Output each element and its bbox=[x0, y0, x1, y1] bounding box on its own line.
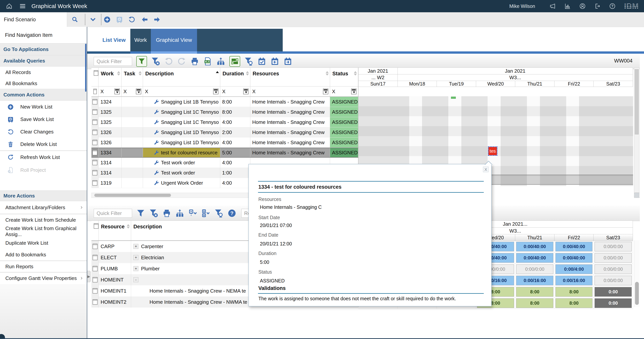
col-status[interactable]: Status bbox=[330, 68, 358, 86]
availability-cell[interactable]: 0:00/40:00 bbox=[556, 253, 593, 263]
find-scenario-input[interactable]: Find Scenario bbox=[0, 12, 67, 27]
export-xls-icon[interactable] bbox=[203, 57, 212, 66]
calendar-check-icon[interactable] bbox=[258, 57, 266, 66]
scrollbar-thumb[interactable] bbox=[635, 69, 639, 134]
sidebar-section-common[interactable]: Common Actions bbox=[0, 89, 87, 101]
expand-all-icon[interactable] bbox=[202, 209, 210, 218]
select-all-checkbox[interactable] bbox=[92, 68, 98, 86]
help-icon[interactable] bbox=[609, 3, 616, 10]
col-task[interactable]: Task bbox=[122, 68, 143, 86]
menu-icon[interactable] bbox=[19, 3, 26, 10]
close-icon[interactable]: X bbox=[483, 167, 488, 172]
row-checkbox[interactable] bbox=[92, 168, 98, 178]
filter-dropdown-icon[interactable] bbox=[114, 89, 120, 94]
sidebar-scrollbar[interactable] bbox=[85, 44, 86, 92]
forward-arrow-icon[interactable] bbox=[153, 16, 160, 23]
availability-cell[interactable]: 0:00/0:00 bbox=[594, 253, 632, 263]
sidebar-item-create-from-graphical[interactable]: Create Work List from Graphical Assig... bbox=[0, 226, 87, 237]
availability-cell[interactable]: 0:00/40:00 bbox=[556, 242, 593, 251]
worklist-view-button[interactable] bbox=[230, 56, 240, 67]
sidebar-section-more[interactable]: More Actions bbox=[0, 190, 87, 201]
calendar-prev-icon[interactable] bbox=[270, 57, 279, 66]
availability-cell[interactable]: 0:00/16:00 bbox=[516, 276, 553, 285]
row-checkbox[interactable] bbox=[92, 178, 98, 188]
row-checkbox[interactable] bbox=[92, 158, 98, 168]
availability-cell[interactable]: 0:00/16:00 bbox=[556, 276, 593, 285]
row-checkbox[interactable] bbox=[92, 285, 99, 296]
table-row[interactable]: 1325 Snagging List 1C Tennyso 8:00 Home … bbox=[92, 107, 358, 117]
filter-work[interactable]: X bbox=[98, 87, 122, 97]
sidebar-item-add-to-bookmarks[interactable]: Add to Bookmarks bbox=[0, 249, 87, 261]
row-checkbox[interactable] bbox=[92, 138, 98, 147]
sign-out-icon[interactable] bbox=[594, 3, 601, 10]
row-checkbox[interactable] bbox=[92, 296, 99, 307]
reports-icon[interactable] bbox=[564, 3, 571, 10]
row-checkbox[interactable] bbox=[92, 107, 98, 117]
calendar-next-icon[interactable] bbox=[284, 57, 292, 66]
row-checkbox[interactable] bbox=[92, 274, 99, 285]
availability-cell[interactable]: 0:00/0:00 bbox=[516, 264, 553, 274]
row-checkbox[interactable] bbox=[92, 263, 99, 274]
quick-filter-input[interactable]: Quick Filter bbox=[94, 209, 132, 218]
new-scenario-icon[interactable] bbox=[104, 16, 111, 23]
print-icon[interactable] bbox=[162, 209, 171, 218]
sidebar-item-refresh-work-list[interactable]: Refresh Work List bbox=[0, 151, 87, 164]
clear-filter-icon[interactable] bbox=[149, 209, 158, 218]
table-row[interactable]: 1326 Snagging List 1D Tennyso 4:00 Home … bbox=[92, 138, 358, 148]
home-icon[interactable] bbox=[6, 3, 13, 10]
chevron-down-icon[interactable] bbox=[89, 16, 96, 23]
expand-toggle[interactable]: + bbox=[134, 266, 138, 271]
sidebar-item-attachment-library[interactable]: Attachment Library/Folders bbox=[0, 201, 87, 214]
row-checkbox[interactable] bbox=[92, 117, 98, 127]
load-cell[interactable]: 8:00 bbox=[556, 287, 593, 297]
sidebar-section-queries[interactable]: Available Queries bbox=[0, 55, 87, 67]
availability-cell[interactable]: 0:00/40:00 bbox=[516, 253, 553, 263]
filter-search-icon[interactable] bbox=[214, 209, 223, 218]
load-cell[interactable]: 8:00 bbox=[516, 287, 553, 297]
table-row[interactable]: 1326 Snagging List 1D Tennyso 2:00 Home … bbox=[92, 127, 358, 138]
sidebar-item-all-bookmarks[interactable]: All Bookmarks bbox=[0, 78, 87, 89]
col-resource[interactable]: Resource bbox=[99, 221, 131, 240]
filter-dropdown-icon[interactable] bbox=[323, 89, 328, 94]
sidebar-item-new-work-list[interactable]: New Work List bbox=[0, 101, 87, 113]
sidebar-item-save-work-list[interactable]: Save Work List bbox=[0, 113, 87, 126]
col-duration[interactable]: Duration bbox=[220, 68, 250, 86]
col-resources[interactable]: Resources bbox=[250, 68, 330, 86]
resize-grip[interactable] bbox=[634, 193, 640, 198]
availability-cell[interactable]: 0:00/4:00 bbox=[556, 264, 593, 274]
help-icon[interactable] bbox=[228, 209, 236, 218]
sidebar-item-delete-work-list[interactable]: Delete Work List bbox=[0, 138, 87, 151]
select-all-checkbox[interactable] bbox=[92, 221, 99, 240]
load-cell[interactable]: 0:00 bbox=[594, 287, 632, 297]
col-work[interactable]: Work bbox=[98, 68, 122, 86]
collapse-all-icon[interactable] bbox=[188, 209, 197, 218]
availability-cell[interactable]: 0:00/40:00 bbox=[516, 242, 553, 251]
hierarchy-icon[interactable] bbox=[216, 57, 225, 66]
sidebar-section-go-to[interactable]: Go To Applications bbox=[0, 44, 87, 55]
sidebar-item-configure-gantt[interactable]: Configure Gantt View Properties bbox=[0, 272, 87, 284]
quick-filter-input[interactable]: Quick Filter bbox=[94, 57, 132, 66]
sidebar-item-duplicate-work-list[interactable]: Duplicate Work List bbox=[0, 237, 87, 249]
sidebar-item-create-from-schedule[interactable]: Create Work List from Schedule bbox=[0, 214, 87, 226]
col-description[interactable]: Description bbox=[143, 68, 220, 86]
scrollbar-thumb[interactable] bbox=[94, 194, 171, 197]
sidebar-item-all-records[interactable]: All Records bbox=[0, 67, 87, 78]
collapse-toggle[interactable]: - bbox=[134, 277, 138, 282]
filter-status[interactable]: X bbox=[330, 87, 358, 97]
gantt-bar-green[interactable] bbox=[451, 97, 456, 99]
row-checkbox[interactable] bbox=[92, 148, 98, 157]
availability-cell[interactable]: 0:00/0:00 bbox=[594, 276, 632, 285]
scrollbar-thumb[interactable] bbox=[635, 282, 639, 305]
sidebar-item-run-reports[interactable]: Run Reports bbox=[0, 261, 87, 272]
expand-toggle[interactable]: + bbox=[134, 244, 138, 249]
table-row[interactable]: 1325 Snagging List 1C Tennyso 4:00 Home … bbox=[92, 117, 358, 127]
save-scenario-icon[interactable] bbox=[116, 16, 123, 23]
load-cell[interactable]: 8:00 bbox=[516, 298, 553, 308]
hierarchy-icon[interactable] bbox=[176, 209, 184, 218]
back-arrow-icon[interactable] bbox=[141, 16, 148, 23]
filter-dropdown-icon[interactable] bbox=[351, 89, 356, 94]
load-cell[interactable]: 0:00 bbox=[594, 298, 632, 308]
table-row[interactable]: 1324 Snagging List 1B Tennyso 8:00 Home … bbox=[92, 97, 358, 107]
availability-cell[interactable]: 0:00/0:00 bbox=[594, 242, 632, 251]
tab-work[interactable]: Work bbox=[130, 29, 151, 51]
